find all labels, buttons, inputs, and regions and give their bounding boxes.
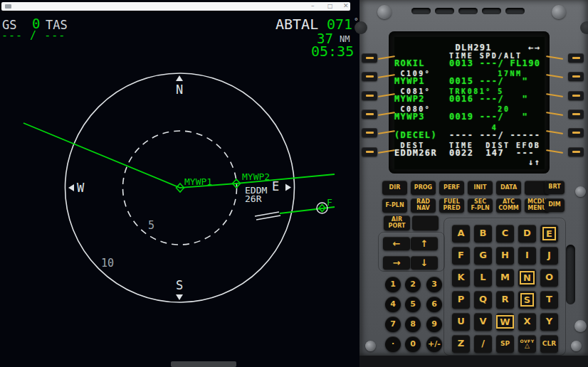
mcdu-screen-text: 147	[485, 148, 504, 158]
key-slash[interactable]: /	[474, 335, 492, 353]
compass-south-label: S	[176, 278, 183, 292]
mcdu-screen-text: EDDM26R	[394, 148, 437, 158]
key-rad-nav[interactable]: RADNAV	[411, 198, 436, 213]
key-r[interactable]: R	[496, 291, 514, 309]
key-p[interactable]: P	[452, 291, 470, 309]
side-groove	[566, 245, 575, 304]
south-pointer-icon	[176, 294, 183, 300]
bezel-screw	[574, 320, 587, 332]
key-3[interactable]: 3	[426, 277, 442, 292]
key-9[interactable]: 9	[426, 317, 442, 332]
key-x[interactable]: X	[518, 313, 536, 331]
key-b[interactable]: B	[474, 225, 492, 243]
key-m[interactable]: M	[496, 269, 514, 287]
key-6[interactable]: 6	[426, 297, 442, 312]
key-h[interactable]: H	[496, 247, 514, 265]
key-f-pln[interactable]: F-PLN	[382, 198, 407, 213]
key-arrow-right[interactable]: →	[383, 256, 410, 270]
lsk-right-5[interactable]	[568, 128, 584, 137]
lsk-right-1[interactable]	[568, 53, 584, 63]
key-dim[interactable]: DIM	[545, 198, 565, 212]
key-n[interactable]: N	[518, 269, 536, 287]
key-sec-f-pln[interactable]: SECF-PLN	[468, 198, 493, 213]
mcdu-screen-text: FL190	[510, 58, 540, 68]
west-pointer-icon	[68, 184, 74, 191]
lsk-right-3[interactable]	[568, 91, 584, 100]
key-z[interactable]: Z	[452, 335, 470, 353]
key-airport[interactable]: AIRPORT	[384, 216, 410, 230]
lsk-left-1[interactable]	[362, 53, 377, 63]
lsk-left-3[interactable]	[362, 91, 377, 100]
key-5[interactable]: 5	[405, 297, 421, 312]
key-arrow-down[interactable]: ↓	[411, 256, 438, 270]
lsk-left-4[interactable]	[362, 110, 377, 119]
lsk-right-6[interactable]	[568, 147, 584, 156]
runway-symbol	[256, 216, 280, 220]
key-data[interactable]: DATA	[496, 181, 521, 195]
key-sp[interactable]: SP	[496, 335, 514, 353]
key-ovfy[interactable]: OVFY△	[518, 335, 536, 353]
key-brt[interactable]: BRT	[545, 181, 565, 194]
key-k[interactable]: K	[452, 269, 470, 287]
window-minimize-button[interactable]: –	[311, 2, 315, 11]
key-t[interactable]: T	[540, 291, 558, 309]
key-f[interactable]: F	[452, 247, 470, 265]
key-atc-comm[interactable]: ATCCOMM	[496, 198, 521, 213]
key-dir[interactable]: DIR	[382, 181, 407, 195]
key-w[interactable]: W	[496, 313, 514, 331]
key-4[interactable]: 4	[385, 297, 401, 312]
key-1[interactable]: 1	[385, 277, 401, 292]
lsk-left-6[interactable]	[362, 147, 377, 156]
key-u[interactable]: U	[452, 313, 470, 331]
key-i[interactable]: I	[518, 247, 536, 265]
taskbar-peek	[171, 361, 236, 367]
key-arrow-left[interactable]: ←	[383, 237, 410, 250]
mcdu-screen-text: ---/	[480, 130, 504, 140]
key-j[interactable]: J	[540, 247, 558, 265]
key-init[interactable]: INIT	[468, 181, 493, 195]
fix-label: F	[327, 197, 332, 208]
mcdu-screen-text: MYWP1	[394, 76, 425, 86]
mcdu-screen-text: "	[523, 94, 529, 104]
key-8[interactable]: 8	[405, 317, 421, 332]
lsk-right-4[interactable]	[568, 110, 584, 119]
lsk-left-2[interactable]	[362, 72, 377, 81]
key-plusminus[interactable]: +/-	[426, 336, 442, 352]
key-o[interactable]: O	[540, 269, 558, 287]
compass-west-label: W	[77, 181, 85, 195]
key-fuel-pred[interactable]: FUELPRED	[439, 198, 464, 213]
key-a[interactable]: A	[452, 225, 470, 243]
runway-symbol	[255, 212, 279, 216]
key-e[interactable]: E	[540, 225, 558, 243]
key-l[interactable]: L	[474, 269, 492, 287]
key-dot[interactable]: ·	[385, 336, 401, 352]
vent-slot	[458, 8, 478, 14]
key-7[interactable]: 7	[385, 317, 401, 332]
key-c[interactable]: C	[496, 225, 514, 243]
window-maximize-button[interactable]: □	[327, 2, 333, 11]
lsk-right-2[interactable]	[568, 72, 584, 81]
key-clr[interactable]: CLR	[540, 335, 558, 353]
bezel-screw	[377, 5, 392, 19]
mcdu-screen-text: ←→	[528, 43, 540, 53]
mcdu-screen-text: ---/	[480, 58, 504, 68]
key-q[interactable]: Q	[474, 291, 492, 309]
key-2[interactable]: 2	[405, 277, 421, 292]
key-0[interactable]: 0	[405, 336, 421, 352]
key-prog[interactable]: PROG	[411, 181, 436, 195]
key-blank[interactable]	[412, 216, 439, 230]
key-perf[interactable]: PERF	[439, 181, 464, 195]
key-d[interactable]: D	[518, 225, 536, 243]
window-close-button[interactable]: ✕	[343, 2, 349, 11]
key-g[interactable]: G	[474, 247, 492, 265]
key-s[interactable]: S	[518, 291, 536, 309]
mcdu-screen-text: MYWP2	[394, 94, 425, 104]
lsk-left-5[interactable]	[362, 128, 377, 137]
key-v[interactable]: V	[474, 313, 492, 331]
waypoint2-label: MYWP2	[242, 171, 270, 182]
key-arrow-up[interactable]: ↑	[411, 237, 438, 250]
window-titlebar[interactable]: – □ ✕	[1, 2, 350, 11]
key-y[interactable]: Y	[540, 313, 558, 331]
range-ring-5-label: 5	[148, 219, 154, 232]
nd-compass-svg: N W S E 5 10 MYWP1 MYWP2 F EDDM 26R	[0, 0, 359, 367]
